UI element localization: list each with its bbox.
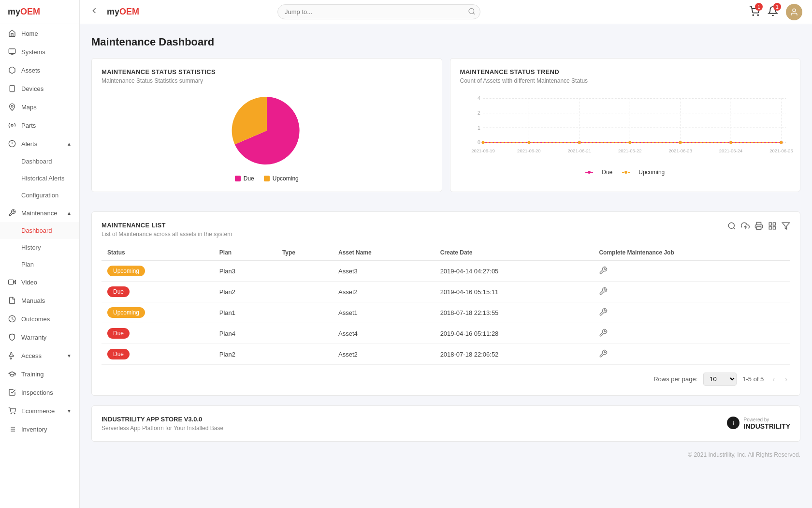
svg-text:i: i	[732, 420, 734, 426]
sidebar-item-parts[interactable]: Parts	[0, 116, 79, 134]
sidebar-item-maint-plan[interactable]: Plan	[0, 256, 79, 273]
ecommerce-expand-icon: ▼	[67, 408, 72, 414]
sidebar-item-inventory[interactable]: Inventory	[0, 420, 79, 438]
svg-text:2021-06-24: 2021-06-24	[719, 148, 742, 153]
sidebar-item-alerts[interactable]: Alerts ▲	[0, 134, 79, 153]
page-title: Maintenance Dashboard	[91, 36, 800, 48]
cell-plan: Plan4	[214, 323, 276, 344]
upload-icon[interactable]	[741, 222, 750, 232]
cell-status: Due	[102, 344, 214, 365]
cell-date: 2019-04-16 05:11:28	[435, 323, 594, 344]
svg-point-56	[527, 141, 530, 144]
complete-job-icon[interactable]	[599, 290, 608, 297]
print-icon[interactable]	[754, 222, 763, 232]
warranty-icon	[8, 333, 16, 342]
status-badge: Upcoming	[107, 266, 145, 276]
cart-badge: 1	[755, 3, 763, 11]
svg-text:2021-06-20: 2021-06-20	[517, 148, 541, 153]
sidebar-item-maint-history[interactable]: History	[0, 239, 79, 256]
sidebar-item-alerts-config[interactable]: Configuration	[0, 187, 79, 204]
svg-rect-71	[773, 223, 776, 225]
pie-chart	[228, 92, 305, 169]
sidebar-item-access[interactable]: Access ▼	[0, 346, 79, 365]
sidebar-item-training[interactable]: Training	[0, 365, 79, 383]
table-header-row: Status Plan Type Asset Name Create Date …	[102, 245, 790, 260]
cell-action	[593, 302, 790, 323]
sidebar-item-home[interactable]: Home	[0, 24, 79, 43]
user-avatar[interactable]	[786, 4, 802, 20]
next-page-button[interactable]: ›	[782, 374, 790, 385]
search-list-icon[interactable]	[727, 222, 736, 232]
prev-page-button[interactable]: ‹	[769, 374, 778, 385]
complete-job-icon[interactable]	[599, 311, 608, 318]
cell-type	[276, 260, 333, 282]
cell-action	[593, 344, 790, 365]
powered-by-container: i Powered by INDUSTRILITY	[726, 416, 790, 431]
sidebar-item-systems[interactable]: Systems	[0, 43, 79, 61]
sidebar-item-ecommerce[interactable]: Ecommerce ▼	[0, 402, 79, 420]
sidebar-item-maintenance[interactable]: Maintenance ▲	[0, 204, 79, 222]
alerts-icon	[8, 139, 16, 148]
devices-icon	[8, 84, 16, 93]
sidebar-item-devices[interactable]: Devices	[0, 79, 79, 98]
sidebar-item-alerts-dashboard[interactable]: Dashboard	[0, 153, 79, 170]
cell-type	[276, 323, 333, 344]
svg-text:0: 0	[477, 140, 480, 145]
search-input[interactable]	[277, 4, 480, 19]
powered-by-section: i Powered by INDUSTRILITY	[726, 416, 790, 431]
complete-job-icon[interactable]	[599, 331, 608, 339]
sidebar-item-outcomes[interactable]: Outcomes	[0, 310, 79, 328]
col-type: Type	[276, 245, 333, 260]
svg-point-55	[481, 141, 484, 144]
svg-text:2021-06-22: 2021-06-22	[618, 148, 641, 153]
home-icon	[8, 29, 16, 38]
sidebar-item-access-label: Access	[21, 352, 42, 359]
cell-plan: Plan2	[214, 344, 276, 365]
svg-point-57	[578, 141, 580, 144]
sidebar-item-alerts-dashboard-label: Dashboard	[21, 158, 52, 165]
sidebar-item-manuals-label: Manuals	[21, 297, 45, 304]
svg-rect-72	[773, 227, 776, 229]
sidebar-item-home-label: Home	[21, 30, 38, 37]
sidebar-item-manuals[interactable]: Manuals	[0, 291, 79, 310]
copyright: © 2021 Industrility, Inc. All Rights Res…	[91, 451, 800, 458]
table-row: Upcoming Plan1 Asset1 2018-07-18 22:13:5…	[102, 302, 790, 323]
svg-point-26	[793, 9, 796, 12]
sidebar-item-warranty[interactable]: Warranty	[0, 328, 79, 346]
sidebar-item-video[interactable]: Video	[0, 273, 79, 291]
svg-text:2: 2	[477, 110, 480, 116]
cell-status: Upcoming	[102, 260, 214, 282]
rows-per-page-select[interactable]: 10 25 50	[703, 373, 737, 386]
sidebar-item-inspections[interactable]: Inspections	[0, 383, 79, 402]
sidebar-item-assets[interactable]: Assets	[0, 61, 79, 79]
sidebar-item-maps[interactable]: Maps	[0, 98, 79, 116]
svg-point-60	[729, 141, 732, 144]
search-icon[interactable]	[468, 7, 476, 16]
filter-icon[interactable]	[782, 222, 790, 232]
svg-point-6	[11, 124, 13, 126]
sidebar-item-systems-label: Systems	[21, 48, 45, 56]
app-store-subtitle: Serverless App Platform for Your Install…	[102, 425, 223, 432]
complete-job-icon[interactable]	[599, 352, 608, 359]
sidebar-item-historical-alerts[interactable]: Historical Alerts	[0, 170, 79, 187]
status-badge: Due	[107, 349, 130, 359]
trend-legend-due: Due	[585, 169, 612, 176]
svg-rect-11	[9, 280, 14, 284]
columns-icon[interactable]	[768, 222, 777, 232]
cell-status: Due	[102, 323, 214, 344]
sidebar-item-maint-dashboard[interactable]: Dashboard	[0, 222, 79, 239]
svg-point-14	[11, 413, 11, 414]
sidebar-item-assets-label: Assets	[21, 67, 40, 74]
outcomes-icon	[8, 314, 16, 323]
main-content: Maintenance Dashboard MAINTENANCE STATUS…	[80, 24, 812, 508]
list-header-left: MAINTENANCE LIST List of Maintenance acr…	[102, 222, 232, 238]
complete-job-icon[interactable]	[599, 269, 608, 276]
trend-chart-area: 4 2 1 0 2021-06-19 2021-06-20	[460, 92, 791, 176]
brand-name: INDUSTRILITY	[744, 422, 790, 430]
svg-rect-3	[10, 85, 14, 91]
cart-icon-btn[interactable]: 1	[749, 6, 760, 18]
sidebar-item-maint-plan-label: Plan	[21, 261, 34, 268]
back-button[interactable]	[89, 6, 99, 18]
notif-icon-btn[interactable]: 1	[768, 6, 778, 18]
status-badge: Due	[107, 328, 130, 339]
